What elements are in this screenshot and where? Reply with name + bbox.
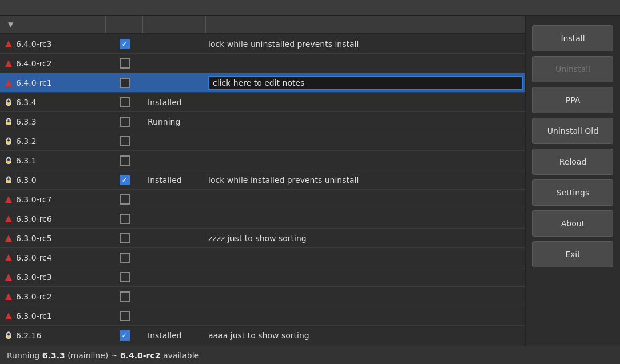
table-row[interactable]: 6.3.0-rc7	[0, 190, 525, 209]
uninstall-button[interactable]: Uninstall	[532, 56, 613, 82]
about-button[interactable]: About	[532, 210, 613, 237]
cell-status: Running	[143, 112, 206, 131]
cell-notes[interactable]: aaaa just to show sorting	[206, 326, 525, 345]
cell-notes[interactable]	[206, 93, 525, 111]
cell-notes[interactable]	[206, 248, 525, 267]
svg-marker-33	[5, 196, 12, 203]
table-row[interactable]: 6.3.0-rc5zzzz just to show sorting	[0, 229, 525, 248]
cell-kernel: 6.3.0-rc2	[0, 287, 106, 306]
svg-marker-35	[5, 235, 12, 242]
cell-notes[interactable]: zzzz just to show sorting	[206, 229, 525, 247]
table-row[interactable]: 6.3.0-rc2	[0, 287, 525, 306]
lock-checkbox[interactable]	[120, 330, 130, 341]
svg-marker-2	[5, 79, 12, 86]
cell-lock[interactable]	[106, 131, 143, 150]
cell-lock[interactable]	[106, 93, 143, 111]
kernel-label: 6.4.0-rc2	[16, 59, 52, 68]
cell-lock[interactable]	[106, 54, 143, 73]
table-row[interactable]: 6.3.4Installed	[0, 93, 525, 112]
cell-lock[interactable]	[106, 190, 143, 209]
cell-lock[interactable]	[106, 209, 143, 228]
lock-checkbox[interactable]	[120, 136, 130, 146]
table-row[interactable]: 6.3.3Running	[0, 112, 525, 131]
lock-checkbox[interactable]	[120, 272, 130, 282]
col-header-status[interactable]	[143, 16, 206, 33]
col-header-notes[interactable]	[206, 16, 525, 33]
lock-checkbox[interactable]	[120, 175, 130, 185]
cell-notes[interactable]	[206, 112, 525, 131]
cell-lock[interactable]	[106, 248, 143, 267]
cell-notes[interactable]	[206, 131, 525, 150]
linux-rc-icon	[5, 293, 13, 301]
lock-checkbox[interactable]	[120, 58, 130, 69]
cell-lock[interactable]	[106, 306, 143, 325]
linux-rc-icon	[5, 59, 13, 67]
reload-button[interactable]: Reload	[532, 149, 613, 175]
uninstall-old-button[interactable]: Uninstall Old	[532, 118, 613, 144]
lock-checkbox[interactable]	[120, 291, 130, 302]
linux-rc-icon	[5, 215, 13, 223]
cell-notes[interactable]	[206, 151, 525, 170]
lock-checkbox[interactable]	[120, 311, 130, 321]
table-row[interactable]: 6.4.0-rc3lock while uninstalled prevents…	[0, 34, 525, 54]
col-header-kernel[interactable]: ▼	[0, 16, 106, 33]
table-row[interactable]: 6.3.0-rc1	[0, 306, 525, 326]
ppa-button[interactable]: PPA	[532, 87, 613, 113]
lock-checkbox[interactable]	[120, 39, 130, 49]
cell-notes[interactable]	[206, 54, 525, 73]
svg-point-43	[7, 333, 9, 334]
lock-checkbox[interactable]	[120, 253, 130, 263]
table-row[interactable]: 6.3.0Installedlock while installed preve…	[0, 170, 525, 190]
table-row[interactable]: 6.3.0-rc6	[0, 209, 525, 229]
cell-lock[interactable]	[106, 267, 143, 286]
cell-notes[interactable]	[206, 287, 525, 306]
svg-point-25	[9, 158, 10, 159]
lock-checkbox[interactable]	[120, 78, 130, 88]
table-row[interactable]: 6.4.0-rc1	[0, 73, 525, 93]
lock-checkbox[interactable]	[120, 214, 130, 224]
cell-notes[interactable]: lock while uninstalled prevents install	[206, 34, 525, 53]
cell-status	[143, 54, 206, 73]
cell-lock[interactable]	[106, 287, 143, 306]
lock-checkbox[interactable]	[120, 194, 130, 205]
cell-lock[interactable]	[106, 170, 143, 189]
settings-button[interactable]: Settings	[532, 179, 613, 206]
cell-lock[interactable]	[106, 229, 143, 247]
cell-lock[interactable]	[106, 326, 143, 345]
lock-checkbox[interactable]	[120, 233, 130, 243]
notes-text: zzzz just to show sorting	[208, 234, 307, 243]
cell-kernel: 6.3.0-rc1	[0, 306, 106, 325]
svg-point-44	[9, 333, 10, 334]
exit-button[interactable]: Exit	[532, 241, 613, 267]
main-container: ▼ 6.4.0-rc3lock while uninstalled preven…	[0, 16, 620, 346]
cell-notes[interactable]: lock while installed prevents uninstall	[206, 170, 525, 189]
svg-point-32	[7, 180, 10, 182]
table-row[interactable]: 6.2.16Installedaaaa just to show sorting	[0, 326, 525, 345]
cell-lock[interactable]	[106, 73, 143, 92]
cell-notes[interactable]	[206, 73, 525, 92]
table-row[interactable]: 6.4.0-rc2	[0, 54, 525, 73]
table-body[interactable]: 6.4.0-rc3lock while uninstalled prevents…	[0, 34, 525, 346]
notes-input[interactable]	[208, 76, 523, 90]
table-row[interactable]: 6.3.2	[0, 131, 525, 151]
cell-notes[interactable]	[206, 267, 525, 286]
cell-notes[interactable]	[206, 209, 525, 228]
table-row[interactable]: 6.3.0-rc3	[0, 267, 525, 287]
svg-point-11	[7, 119, 10, 122]
cell-lock[interactable]	[106, 112, 143, 131]
cell-lock[interactable]	[106, 151, 143, 170]
col-header-lock[interactable]	[106, 16, 143, 33]
install-button[interactable]: Install	[532, 25, 613, 51]
cell-notes[interactable]	[206, 190, 525, 209]
cell-kernel: 6.3.0-rc5	[0, 229, 106, 247]
table-row[interactable]: 6.3.0-rc4	[0, 248, 525, 267]
lock-checkbox[interactable]	[120, 97, 130, 107]
titlebar-menu-icon[interactable]	[5, 7, 11, 9]
table-row[interactable]: 6.3.1	[0, 151, 525, 170]
cell-notes[interactable]	[206, 306, 525, 325]
lock-checkbox[interactable]	[120, 117, 130, 127]
cell-status	[143, 306, 206, 325]
cell-status	[143, 267, 206, 286]
lock-checkbox[interactable]	[120, 155, 130, 166]
cell-lock[interactable]	[106, 34, 143, 53]
